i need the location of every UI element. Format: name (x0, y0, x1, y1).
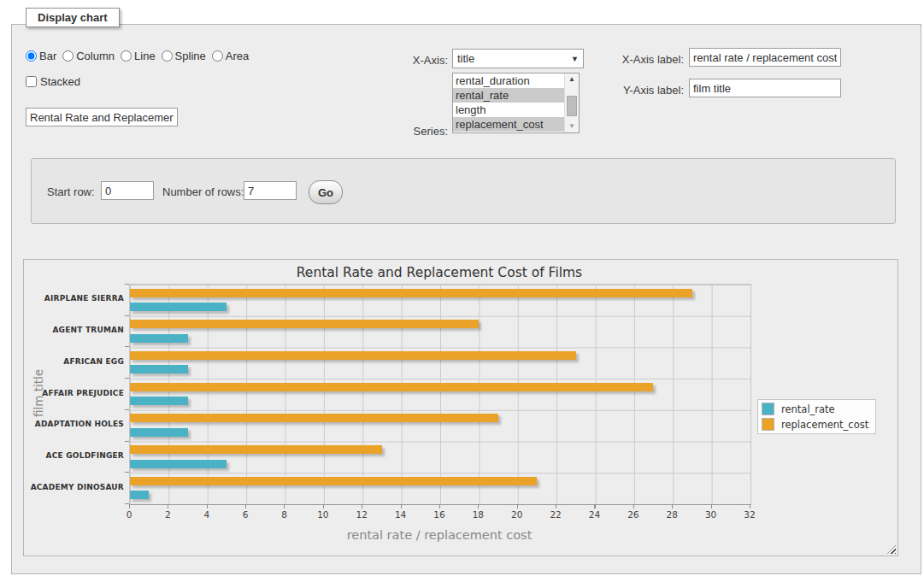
x-tick-label: 2 (150, 509, 185, 520)
x-tick-label: 28 (655, 509, 689, 520)
x-axis-label-caption: X-Axis label: (588, 53, 684, 66)
x-tick-label: 26 (616, 509, 650, 520)
chart-type-radio-area[interactable] (212, 50, 223, 62)
chart-type-label: Line (134, 50, 156, 62)
x-tick-label: 8 (268, 509, 302, 520)
bar-rental_rate (130, 428, 188, 437)
x-tick-label: 18 (461, 509, 495, 520)
bar-replacement_cost (130, 289, 692, 297)
legend-swatch-rental_rate (762, 403, 774, 415)
bar-rental_rate (130, 303, 227, 311)
chart-type-radio-spline[interactable] (162, 50, 173, 62)
x-tick-label: 24 (578, 509, 612, 520)
chart-type-radio-bar[interactable] (26, 50, 37, 62)
fieldset-legend: Display chart (26, 8, 120, 27)
start-row-label: Start row: (47, 185, 95, 198)
bar-replacement_cost (130, 383, 653, 391)
chart-type-radio-group: BarColumnLineSplineArea (26, 49, 249, 62)
chart-type-radio-line[interactable] (121, 50, 132, 62)
chart-type-option-spline[interactable]: Spline (162, 50, 206, 62)
x-tick-label: 10 (306, 509, 340, 520)
legend-label: replacement_cost (781, 419, 868, 431)
row-controls-panel (31, 158, 896, 224)
category-label: AFFAIR PREJUDICE (24, 389, 124, 398)
scrollbar-up-icon[interactable]: ▲ (565, 73, 579, 85)
chevron-down-icon: ▼ (571, 55, 579, 63)
stacked-checkbox[interactable] (26, 76, 37, 87)
bar-rental_rate (130, 460, 227, 468)
chart-type-option-line[interactable]: Line (121, 50, 156, 62)
chart-type-label: Area (226, 50, 249, 62)
chart-type-option-bar[interactable]: Bar (26, 50, 56, 62)
series-scrollbar[interactable]: ▲ ▼ (564, 73, 579, 132)
y-axis-label-caption: Y-Axis label: (588, 84, 684, 97)
series-options: rental_durationrental_ratelengthreplacem… (453, 73, 564, 132)
start-row-input[interactable] (101, 181, 154, 200)
legend-item-replacement_cost: replacement_cost (762, 418, 868, 431)
chart-legend: rental_ratereplacement_cost (757, 399, 876, 434)
chart-plot-area (129, 284, 751, 505)
category-label: ACE GOLDFINGER (24, 451, 124, 461)
scrollbar-down-icon[interactable]: ▼ (565, 121, 579, 132)
bar-replacement_cost (130, 445, 382, 454)
bar-replacement_cost (130, 351, 576, 360)
chart-title: Rental Rate and Replacement Cost of Film… (129, 265, 750, 280)
go-button[interactable]: Go (309, 180, 343, 204)
x-axis-select[interactable]: title ▼ (452, 49, 584, 68)
x-tick-label: 32 (733, 509, 767, 520)
scrollbar-thumb[interactable] (567, 96, 577, 116)
category-label: AIRPLANE SIERRA (24, 294, 124, 303)
category-label: AFRICAN EGG (24, 357, 124, 367)
series-listbox: rental_durationrental_ratelengthreplacem… (452, 73, 580, 133)
x-tick-label: 14 (384, 509, 418, 520)
legend-label: rental_rate (781, 403, 835, 415)
number-of-rows-input[interactable] (244, 181, 297, 200)
x-tick-label: 6 (228, 509, 262, 520)
category-label: ADAPTATION HOLES (24, 420, 124, 429)
series-option-rental_rate[interactable]: rental_rate (453, 88, 564, 103)
resize-grip-icon[interactable] (887, 545, 896, 554)
x-axis-label-input[interactable] (689, 48, 841, 67)
bar-replacement_cost (130, 414, 498, 422)
series-option-replacement_cost[interactable]: replacement_cost (453, 117, 564, 132)
series-option-rental_duration[interactable]: rental_duration (453, 73, 564, 88)
x-axis-title: rental rate / replacement cost (129, 528, 750, 542)
number-of-rows-label: Number of rows: (162, 185, 244, 198)
x-tick-label: 20 (500, 509, 534, 520)
x-tick-label: 16 (422, 509, 456, 520)
bar-replacement_cost (130, 320, 479, 328)
legend-item-rental_rate: rental_rate (762, 403, 868, 415)
x-tick-label: 4 (190, 509, 224, 520)
bar-rental_rate (130, 397, 188, 405)
category-label: AGENT TRUMAN (24, 326, 124, 335)
chart-type-option-area[interactable]: Area (212, 50, 249, 62)
chart-type-option-column[interactable]: Column (62, 50, 115, 62)
stacked-option[interactable]: Stacked (26, 75, 80, 88)
chart-type-label: Spline (175, 50, 206, 62)
x-tick-label: 12 (344, 509, 379, 520)
x-axis-selected-value: title (457, 52, 474, 65)
x-axis-select-label: X-Axis: (376, 54, 448, 67)
chart-type-radio-column[interactable] (62, 50, 74, 62)
chart-type-label: Bar (39, 50, 56, 62)
y-axis-ticks (125, 284, 129, 505)
bar-rental_rate (130, 365, 188, 373)
x-tick-label: 30 (694, 509, 728, 520)
bar-replacement_cost (130, 477, 537, 485)
chart-type-label: Column (76, 50, 115, 62)
bar-rental_rate (130, 334, 188, 343)
x-axis-ticks (129, 504, 751, 509)
series-option-length[interactable]: length (453, 103, 564, 117)
x-tick-label: 0 (112, 509, 146, 520)
chart-container: Rental Rate and Replacement Cost of Film… (23, 259, 898, 556)
x-tick-label: 22 (539, 509, 573, 520)
category-label: ACADEMY DINOSAUR (24, 483, 124, 492)
stacked-label: Stacked (40, 75, 80, 88)
bar-rental_rate (130, 491, 149, 499)
y-axis-label-input[interactable] (689, 79, 841, 97)
series-listbox-label: Series: (376, 125, 448, 138)
chart-title-input[interactable] (26, 108, 178, 126)
legend-swatch-replacement_cost (762, 418, 774, 431)
